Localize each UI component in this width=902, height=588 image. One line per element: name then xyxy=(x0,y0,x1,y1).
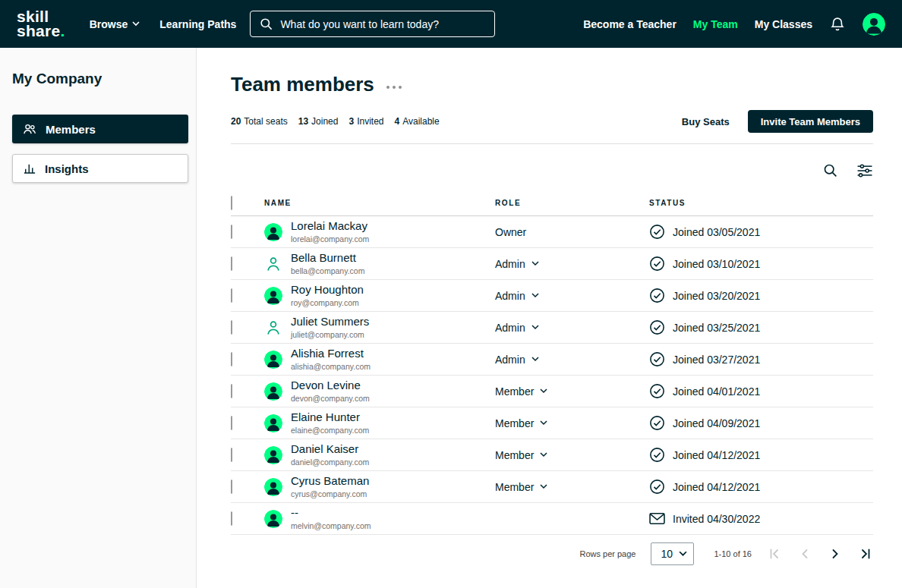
table-footer: Rows per page 10 1-10 of 16 xyxy=(231,542,873,565)
nav-browse-label: Browse xyxy=(90,18,128,30)
members-people-icon xyxy=(22,121,37,137)
navbar-right: Become a Teacher My Team My Classes xyxy=(583,13,885,36)
role-chevron-icon xyxy=(531,325,539,330)
joined-check-icon xyxy=(649,351,665,367)
member-role: Admin xyxy=(495,258,525,270)
stat-joined: 13Joined xyxy=(298,116,339,127)
invite-team-members-button[interactable]: Invite Team Members xyxy=(748,110,873,133)
row-checkbox[interactable] xyxy=(231,256,232,271)
role-dropdown[interactable]: Member xyxy=(495,417,649,429)
status-cell: Joined 04/09/2021 xyxy=(649,415,873,431)
skillshare-logo[interactable]: skill share. xyxy=(17,10,65,38)
row-checkbox[interactable] xyxy=(231,384,232,398)
member-role: Member xyxy=(495,417,534,429)
member-status-text: Joined 04/12/2021 xyxy=(673,481,760,493)
member-status-text: Joined 04/01/2021 xyxy=(673,385,760,398)
row-checkbox[interactable] xyxy=(231,480,232,494)
table-row: Roy Houghton roy@company.com Admin Joine… xyxy=(231,280,873,312)
row-checkbox[interactable] xyxy=(231,320,232,335)
sidebar-item-insights[interactable]: Insights xyxy=(12,154,188,183)
member-avatar xyxy=(264,351,282,369)
member-email: elaine@company.com xyxy=(291,426,369,435)
row-checkbox[interactable] xyxy=(231,352,232,366)
role-dropdown[interactable]: Admin xyxy=(495,322,649,334)
sidebar-insights-label: Insights xyxy=(45,162,89,175)
account-avatar[interactable] xyxy=(863,13,885,36)
column-header-role: ROLE xyxy=(495,199,649,207)
buy-seats-link[interactable]: Buy Seats xyxy=(682,116,730,127)
team-members-page: Team members 20Total seats 13Joined 3Inv… xyxy=(197,48,902,588)
role-dropdown[interactable]: Member xyxy=(495,385,649,398)
member-status-text: Invited 04/30/2022 xyxy=(673,513,760,525)
row-checkbox[interactable] xyxy=(231,511,232,526)
members-table-header: NAME ROLE STATUS xyxy=(231,190,873,216)
search-bar xyxy=(250,11,495,37)
role-dropdown[interactable]: Admin xyxy=(495,354,649,366)
member-avatar xyxy=(264,223,282,241)
row-checkbox[interactable] xyxy=(231,416,232,430)
nav-browse[interactable]: Browse xyxy=(90,18,140,30)
table-row: Lorelai Mackay lorelai@company.com Owner… xyxy=(231,216,873,248)
status-cell: Joined 04/12/2021 xyxy=(649,479,873,495)
overflow-menu-icon[interactable] xyxy=(386,81,402,89)
table-row: Devon Levine devon@company.com Member Jo… xyxy=(231,376,873,407)
table-row: -- melvin@company.com Invited 04/30/2022 xyxy=(231,503,873,535)
nav-my-classes[interactable]: My Classes xyxy=(755,18,812,30)
next-page-button[interactable] xyxy=(828,546,843,561)
seats-summary: 20Total seats 13Joined 3Invited 4Availab… xyxy=(231,110,873,133)
role-chevron-icon xyxy=(540,452,547,458)
member-status-text: Joined 03/20/2021 xyxy=(673,290,760,302)
search-input[interactable] xyxy=(280,18,486,30)
nav-my-team[interactable]: My Team xyxy=(693,18,738,30)
joined-check-icon xyxy=(649,447,665,463)
member-role: Owner xyxy=(495,226,526,238)
member-email: juliet@company.com xyxy=(291,330,369,339)
status-cell: Joined 03/20/2021 xyxy=(649,288,873,303)
sidebar-item-members[interactable]: Members xyxy=(12,115,188,143)
joined-check-icon xyxy=(649,479,665,495)
role-dropdown[interactable]: Member xyxy=(495,481,649,493)
invited-envelope-icon xyxy=(649,512,665,525)
role-dropdown[interactable]: Admin xyxy=(495,258,649,270)
member-status-text: Joined 03/10/2021 xyxy=(673,258,760,270)
last-page-button[interactable] xyxy=(858,546,873,561)
select-all-checkbox[interactable] xyxy=(231,196,232,210)
member-avatar xyxy=(264,287,282,305)
member-role: Member xyxy=(495,385,534,398)
role-dropdown[interactable]: Member xyxy=(495,449,649,461)
nav-become-teacher[interactable]: Become a Teacher xyxy=(583,18,676,30)
notifications-bell-icon[interactable] xyxy=(829,16,846,33)
members-table: NAME ROLE STATUS Lorelai Mackay lorelai@… xyxy=(231,190,873,535)
member-avatar xyxy=(264,382,282,401)
member-role: Admin xyxy=(495,290,525,302)
status-cell: Joined 04/12/2021 xyxy=(649,447,873,463)
table-row: Juliet Summers juliet@company.com Admin … xyxy=(231,312,873,344)
table-search-icon[interactable] xyxy=(822,162,838,178)
status-cell: Joined 03/05/2021 xyxy=(649,224,873,240)
table-row: Alishia Forrest alishia@company.com Admi… xyxy=(231,344,873,376)
row-checkbox[interactable] xyxy=(231,448,232,462)
status-cell: Joined 04/01/2021 xyxy=(649,383,873,399)
row-checkbox[interactable] xyxy=(231,288,232,303)
first-page-button[interactable] xyxy=(767,546,782,561)
role-dropdown[interactable]: Admin xyxy=(495,290,649,302)
nav-learning-paths[interactable]: Learning Paths xyxy=(159,18,236,30)
status-cell: Joined 03/25/2021 xyxy=(649,319,873,335)
joined-check-icon xyxy=(649,383,665,399)
role-dropdown[interactable]: Owner xyxy=(495,226,649,238)
rows-per-page-select[interactable]: 10 xyxy=(651,542,694,565)
member-name: Elaine Hunter xyxy=(291,411,369,424)
member-role: Admin xyxy=(495,354,525,366)
role-chevron-icon xyxy=(531,261,539,266)
rows-per-page-label: Rows per page xyxy=(579,549,636,558)
chevron-down-icon xyxy=(679,551,687,557)
member-email: bella@company.com xyxy=(291,266,364,275)
person-avatar-icon xyxy=(264,319,282,337)
member-status-text: Joined 03/27/2021 xyxy=(673,354,760,366)
previous-page-button[interactable] xyxy=(797,546,812,561)
member-role: Member xyxy=(495,449,534,461)
member-role: Member xyxy=(495,481,534,493)
row-checkbox[interactable] xyxy=(231,225,232,239)
status-cell: Joined 03/10/2021 xyxy=(649,256,873,272)
filter-sliders-icon[interactable] xyxy=(856,164,873,178)
